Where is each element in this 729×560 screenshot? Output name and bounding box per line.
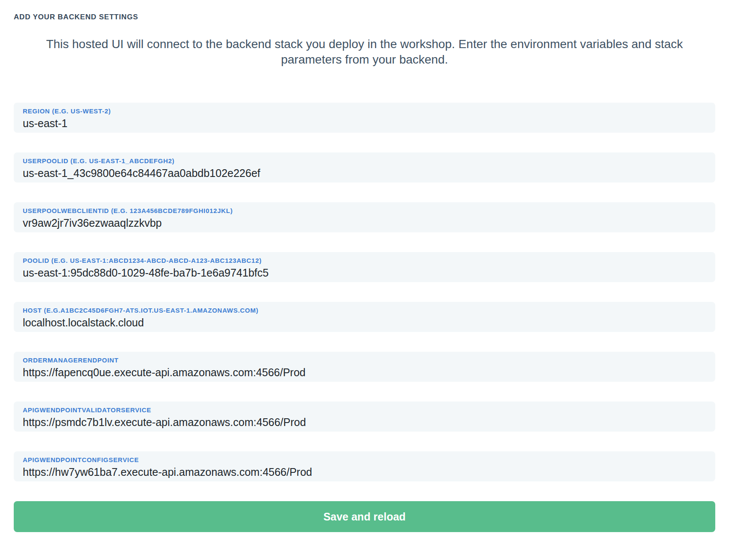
page-description: This hosted UI will connect to the backe… <box>27 37 702 67</box>
settings-field[interactable]: REGION (E.G. US-WEST-2) <box>14 103 715 133</box>
field-input[interactable] <box>23 166 706 180</box>
field-input[interactable] <box>23 365 706 379</box>
field-input[interactable] <box>23 216 706 230</box>
settings-field[interactable]: APIGWENDPOINTVALIDATORSERVICE <box>14 402 715 432</box>
settings-field[interactable]: USERPOOLID (E.G. US-EAST-1_ABCDEFGH2) <box>14 152 715 183</box>
field-label: APIGWENDPOINTCONFIGSERVICE <box>23 456 706 464</box>
settings-field[interactable]: APIGWENDPOINTCONFIGSERVICE <box>14 451 715 481</box>
backend-settings-form: REGION (E.G. US-WEST-2) USERPOOLID (E.G.… <box>14 103 715 481</box>
field-input[interactable] <box>23 116 706 130</box>
field-input[interactable] <box>23 266 706 280</box>
settings-field[interactable]: POOLID (E.G. US-EAST-1:ABCD1234-ABCD-ABC… <box>14 252 715 282</box>
save-and-reload-button[interactable]: Save and reload <box>14 501 715 532</box>
settings-field[interactable]: USERPOOLWEBCLIENTID (E.G. 123A456BCDE789… <box>14 202 715 232</box>
page-title: ADD YOUR BACKEND SETTINGS <box>14 13 715 21</box>
field-input[interactable] <box>23 465 706 479</box>
field-label: POOLID (E.G. US-EAST-1:ABCD1234-ABCD-ABC… <box>23 257 706 265</box>
field-label: USERPOOLWEBCLIENTID (E.G. 123A456BCDE789… <box>23 207 706 215</box>
field-label: APIGWENDPOINTVALIDATORSERVICE <box>23 406 706 414</box>
field-label: ORDERMANAGERENDPOINT <box>23 356 706 364</box>
field-label: HOST (E.G.A1BC2C45D6FGH7-ATS.IOT.US-EAST… <box>23 307 706 314</box>
field-input[interactable] <box>23 415 706 429</box>
field-input[interactable] <box>23 316 706 329</box>
field-label: REGION (E.G. US-WEST-2) <box>23 107 706 115</box>
settings-field[interactable]: HOST (E.G.A1BC2C45D6FGH7-ATS.IOT.US-EAST… <box>14 302 715 332</box>
settings-field[interactable]: ORDERMANAGERENDPOINT <box>14 352 715 382</box>
field-label: USERPOOLID (E.G. US-EAST-1_ABCDEFGH2) <box>23 157 706 165</box>
